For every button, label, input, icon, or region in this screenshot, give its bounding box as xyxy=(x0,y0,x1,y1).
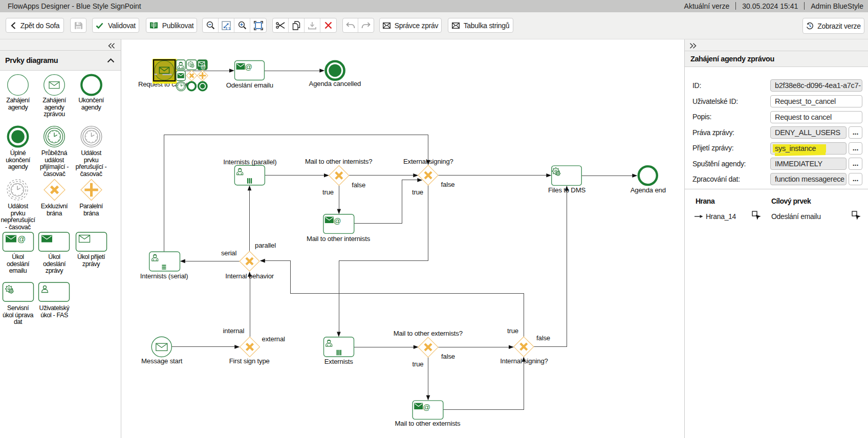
svg-text:Odeslání emailu: Odeslání emailu xyxy=(226,81,273,89)
svg-text:1:1: 1:1 xyxy=(225,26,231,30)
svg-text:Agenda end: Agenda end xyxy=(631,186,666,194)
svg-text:true: true xyxy=(322,188,334,196)
svg-text:true: true xyxy=(412,188,423,196)
svg-text:Mail to other internists?: Mail to other internists? xyxy=(305,158,372,165)
svg-text:Externists: Externists xyxy=(324,358,354,365)
svg-text:Files to DMS: Files to DMS xyxy=(548,186,585,194)
svg-text:Mail to other externists?: Mail to other externists? xyxy=(394,330,463,337)
svg-text:false: false xyxy=(441,181,455,188)
svg-text:External signing?: External signing? xyxy=(403,158,453,165)
svg-text:serial: serial xyxy=(221,249,237,257)
svg-text:@: @ xyxy=(334,217,341,225)
svg-text:true: true xyxy=(413,360,424,368)
svg-text:@: @ xyxy=(423,403,430,411)
svg-text:true: true xyxy=(507,327,518,335)
svg-text:Internists (parallel): Internists (parallel) xyxy=(223,158,276,166)
svg-text:@: @ xyxy=(245,63,252,71)
svg-text:Mail to other externists: Mail to other externists xyxy=(395,420,461,427)
svg-text:Internal signing?: Internal signing? xyxy=(500,357,548,365)
svg-text:@: @ xyxy=(17,235,26,244)
svg-text:Mail to other internists: Mail to other internists xyxy=(307,235,371,243)
svg-text:Internal behavior: Internal behavior xyxy=(225,272,274,280)
svg-text:@: @ xyxy=(201,63,206,70)
svg-text:Internists (serial): Internists (serial) xyxy=(140,272,188,280)
svg-text:Message start: Message start xyxy=(141,357,183,365)
svg-text:false: false xyxy=(352,181,365,189)
svg-text:First sign type: First sign type xyxy=(229,357,270,365)
svg-text:Agenda cancelled: Agenda cancelled xyxy=(309,80,361,87)
svg-text:false: false xyxy=(441,353,455,360)
svg-text:external: external xyxy=(262,335,286,343)
svg-text:parallel: parallel xyxy=(255,242,276,249)
svg-text:internal: internal xyxy=(223,327,245,335)
svg-text:false: false xyxy=(536,334,550,342)
